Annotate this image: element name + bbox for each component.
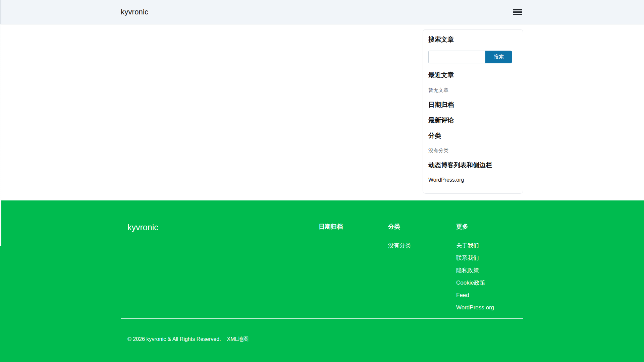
footer-categories-empty-text: 没有分类: [388, 243, 456, 249]
footer-logo[interactable]: kyvronic: [127, 223, 158, 232]
copyright-text: © 2026 kyvronic & All Rights Reserved.: [127, 336, 221, 342]
xml-sitemap-link[interactable]: XML地图: [227, 336, 249, 343]
search-input[interactable]: [428, 51, 485, 63]
categories-empty-text: 没有分类: [428, 147, 518, 154]
main-container: 搜索文章 搜索 最近文章 暂无文章 日期归档 最新评论 分类 没有分类 动态博客…: [121, 24, 523, 194]
main-area: 搜索文章 搜索 最近文章 暂无文章 日期归档 最新评论 分类 没有分类 动态博客…: [0, 24, 644, 200]
footer-bottom-bar: © 2026 kyvronic & All Rights Reserved. X…: [121, 336, 523, 343]
left-scrollbar[interactable]: [0, 0, 1, 246]
recent-comments-title: 最新评论: [428, 117, 518, 124]
site-header: kyvronic: [0, 0, 644, 24]
hamburger-icon: [513, 9, 522, 10]
search-widget-title: 搜索文章: [428, 36, 518, 43]
footer-archives-column: 日期归档: [319, 223, 388, 243]
search-form: 搜索: [428, 51, 512, 63]
footer-link-privacy[interactable]: 隐私政策: [456, 267, 523, 274]
footer-columns: kyvronic 日期归档 分类 没有分类 更多 关于我们 联系我们 隐私政策 …: [121, 223, 523, 317]
footer-categories-title: 分类: [388, 223, 456, 231]
footer-link-contact[interactable]: 联系我们: [456, 255, 523, 261]
wordpress-org-link[interactable]: WordPress.org: [428, 177, 518, 183]
menu-button[interactable]: [513, 8, 522, 16]
footer-link-wordpress[interactable]: WordPress.org: [456, 305, 523, 311]
footer-more-title: 更多: [456, 223, 523, 231]
footer-categories-column: 分类 没有分类: [388, 223, 456, 255]
site-logo[interactable]: kyvronic: [121, 8, 148, 16]
footer-link-feed[interactable]: Feed: [456, 292, 523, 298]
meta-widget-title: 动态博客列表和侧边栏: [428, 162, 518, 169]
categories-title: 分类: [428, 132, 518, 139]
footer-brand-column: kyvronic: [127, 223, 319, 232]
site-footer: kyvronic 日期归档 分类 没有分类 更多 关于我们 联系我们 隐私政策 …: [0, 200, 644, 362]
header-container: kyvronic: [121, 8, 523, 16]
footer-link-about[interactable]: 关于我们: [456, 243, 523, 249]
archives-title: 日期归档: [428, 102, 518, 109]
recent-posts-empty-text: 暂无文章: [428, 87, 518, 93]
recent-posts-title: 最近文章: [428, 72, 518, 79]
content-empty-region: [121, 29, 423, 194]
footer-divider: [121, 318, 523, 319]
sidebar: 搜索文章 搜索 最近文章 暂无文章 日期归档 最新评论 分类 没有分类 动态博客…: [423, 29, 523, 194]
footer-link-cookie[interactable]: Cookie政策: [456, 280, 523, 286]
footer-more-column: 更多 关于我们 联系我们 隐私政策 Cookie政策 Feed WordPres…: [456, 223, 523, 317]
search-button[interactable]: 搜索: [485, 51, 512, 63]
footer-archives-title: 日期归档: [319, 223, 388, 231]
